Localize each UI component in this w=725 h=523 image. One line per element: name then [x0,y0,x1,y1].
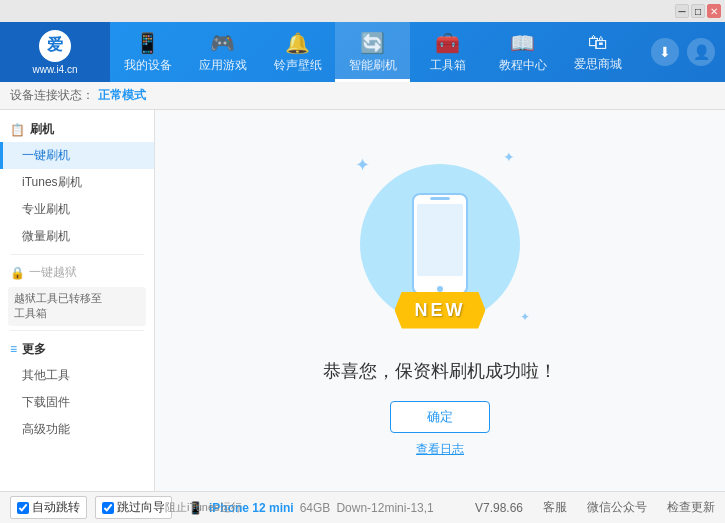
sidebar-item-itunes-flash[interactable]: iTunes刷机 [0,169,154,196]
log-link[interactable]: 查看日志 [416,441,464,458]
check-update-link[interactable]: 检查更新 [667,499,715,516]
device-storage: 64GB [300,501,331,515]
nav-my-device[interactable]: 📱 我的设备 [110,22,185,82]
logo-icon: 爱 [39,30,71,62]
logo-url: www.i4.cn [32,64,77,75]
one-click-flash-label: 一键刷机 [22,148,70,162]
ringtone-icon: 🔔 [285,31,310,55]
other-tools-label: 其他工具 [22,368,70,382]
download-button[interactable]: ⬇ [651,38,679,66]
sidebar-item-other-tools[interactable]: 其他工具 [0,362,154,389]
wechat-link[interactable]: 微信公众号 [587,499,647,516]
user-button[interactable]: 👤 [687,38,715,66]
save-flash-label: 微量刷机 [22,229,70,243]
sidebar-section-more: ≡ 更多 [0,335,154,362]
version-text: V7.98.66 [475,501,523,515]
nav-ringtone-label: 铃声壁纸 [274,57,322,74]
sidebar-item-save-flash[interactable]: 微量刷机 [0,223,154,250]
sidebar-divider-1 [10,254,144,255]
nav-toolbox-label: 工具箱 [430,57,466,74]
customer-service-link[interactable]: 客服 [543,499,567,516]
bottom-right: V7.98.66 客服 微信公众号 检查更新 [475,499,715,516]
nav-store-label: 爱思商城 [574,56,622,73]
skip-guide-label: 跳过向导 [117,499,165,516]
nav-tutorial[interactable]: 📖 教程中心 [485,22,560,82]
nav-my-device-label: 我的设备 [124,57,172,74]
skip-guide-checkbox[interactable]: 跳过向导 [95,496,172,519]
sidebar-section-jailbreak: 🔒 一键越狱 [0,259,154,285]
sidebar-item-download-firmware[interactable]: 下载固件 [0,389,154,416]
main-layout: 📋 刷机 一键刷机 iTunes刷机 专业刷机 微量刷机 🔒 一键越狱 越狱工具… [0,110,725,491]
logo-area[interactable]: 爱 www.i4.cn [0,22,110,82]
jailbreak-label: 一键越狱 [29,264,77,281]
sidebar-item-advanced[interactable]: 高级功能 [0,416,154,443]
title-bar: ─ □ ✕ [0,0,725,22]
tutorial-icon: 📖 [510,31,535,55]
phone-svg [405,189,475,299]
toolbox-icon: 🧰 [435,31,460,55]
sidebar-section-flash: 📋 刷机 [0,115,154,142]
nav-apps-games[interactable]: 🎮 应用游戏 [185,22,260,82]
download-firmware-label: 下载固件 [22,395,70,409]
status-bar: 设备连接状态： 正常模式 [0,82,725,110]
sparkle-2: ✦ [503,149,515,165]
sidebar: 📋 刷机 一键刷机 iTunes刷机 专业刷机 微量刷机 🔒 一键越狱 越狱工具… [0,110,155,491]
maximize-button[interactable]: □ [691,4,705,18]
nav-bar: 📱 我的设备 🎮 应用游戏 🔔 铃声壁纸 🔄 智能刷机 🧰 工具箱 📖 教程中心… [110,22,651,82]
sparkle-3: ✦ [520,310,530,324]
flash-section-icon: 📋 [10,123,25,137]
apps-games-icon: 🎮 [210,31,235,55]
nav-ringtone[interactable]: 🔔 铃声壁纸 [260,22,335,82]
store-icon: 🛍 [588,31,608,54]
success-title: 恭喜您，保资料刷机成功啦！ [323,359,557,383]
close-button[interactable]: ✕ [707,4,721,18]
status-label: 设备连接状态： [10,87,94,104]
itunes-flash-label: iTunes刷机 [22,175,82,189]
success-illustration: NEW ✦ ✦ ✦ [340,144,540,344]
smart-flash-icon: 🔄 [360,31,385,55]
auto-redirect-input[interactable] [17,502,29,514]
advanced-label: 高级功能 [22,422,70,436]
nav-apps-games-label: 应用游戏 [199,57,247,74]
sidebar-more-label: 更多 [22,341,46,358]
header: 爱 www.i4.cn 📱 我的设备 🎮 应用游戏 🔔 铃声壁纸 🔄 智能刷机 … [0,22,725,82]
pro-flash-label: 专业刷机 [22,202,70,216]
nav-store[interactable]: 🛍 爱思商城 [560,22,635,82]
lock-icon: 🔒 [10,266,25,280]
confirm-button[interactable]: 确定 [390,401,490,433]
svg-rect-1 [417,204,463,276]
sparkle-1: ✦ [355,154,370,176]
sidebar-jailbreak-note: 越狱工具已转移至工具箱 [8,287,146,326]
minimize-button[interactable]: ─ [675,4,689,18]
auto-redirect-checkbox[interactable]: 自动跳转 [10,496,87,519]
svg-rect-2 [430,197,450,200]
stop-itunes-button[interactable]: 阻止iTunes运行 [165,500,242,515]
device-firmware: Down-12mini-13,1 [336,501,433,515]
nav-smart-flash-label: 智能刷机 [349,57,397,74]
bottom-bar: 自动跳转 跳过向导 📱 iPhone 12 mini 64GB Down-12m… [0,491,725,523]
sidebar-flash-label: 刷机 [30,121,54,138]
footer-container: 自动跳转 跳过向导 📱 iPhone 12 mini 64GB Down-12m… [0,491,725,523]
sidebar-item-pro-flash[interactable]: 专业刷机 [0,196,154,223]
auto-redirect-label: 自动跳转 [32,499,80,516]
status-value: 正常模式 [98,87,146,104]
sidebar-item-one-click-flash[interactable]: 一键刷机 [0,142,154,169]
more-section-icon: ≡ [10,342,17,356]
nav-smart-flash[interactable]: 🔄 智能刷机 [335,22,410,82]
header-right: ⬇ 👤 [651,38,725,66]
nav-tutorial-label: 教程中心 [499,57,547,74]
new-badge: NEW [395,292,486,329]
nav-toolbox[interactable]: 🧰 工具箱 [410,22,485,82]
sidebar-divider-2 [10,330,144,331]
content-area: NEW ✦ ✦ ✦ 恭喜您，保资料刷机成功啦！ 确定 查看日志 [155,110,725,491]
skip-guide-input[interactable] [102,502,114,514]
my-device-icon: 📱 [135,31,160,55]
